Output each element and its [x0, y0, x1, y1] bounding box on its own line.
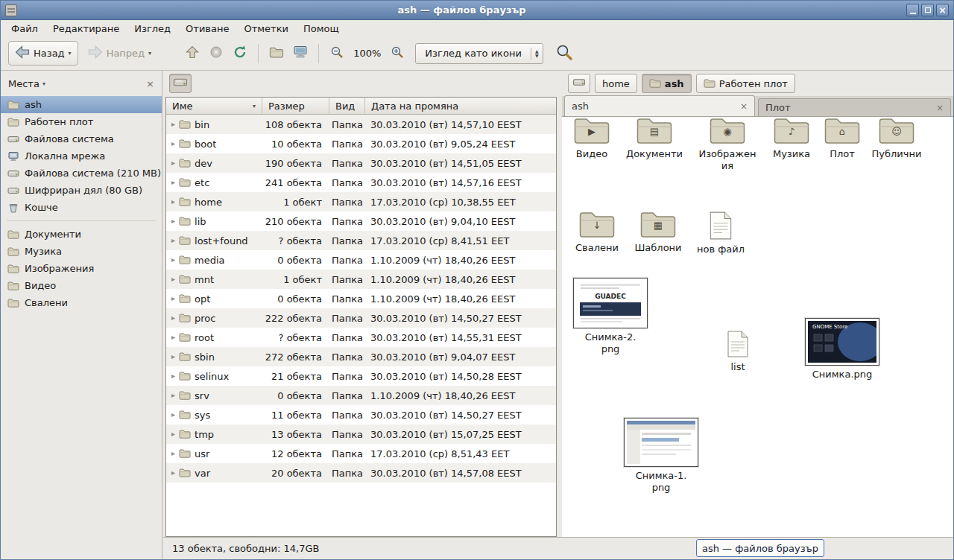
expander-icon[interactable]: ▸	[171, 198, 175, 206]
column-header-type[interactable]: Вид	[329, 98, 365, 115]
tab-close-icon[interactable]: ×	[740, 102, 748, 111]
computer-button[interactable]	[288, 41, 312, 66]
table-row[interactable]: ▸ sys 11 обекта Папка 30.03.2010 (вт) 14…	[166, 405, 556, 424]
tab-ash[interactable]: ash ×	[564, 95, 755, 116]
close-button[interactable]: ×	[936, 4, 949, 16]
expander-icon[interactable]: ▸	[171, 392, 175, 399]
sidebar-item[interactable]: Файлова система	[1, 130, 162, 147]
zoom-in-button[interactable]	[385, 41, 409, 66]
table-row[interactable]: ▸ usr 12 обекта Папка 17.03.2010 (ср) 8,…	[166, 444, 556, 463]
menu-help[interactable]: Помощ	[296, 22, 347, 36]
tab-plot[interactable]: Плот ×	[758, 98, 951, 116]
table-row[interactable]: ▸ proc 222 обекта Папка 30.03.2010 (вт) …	[166, 308, 556, 328]
menu-file[interactable]: Файл	[4, 22, 45, 36]
path-button-desktop[interactable]: Работен плот	[696, 74, 795, 93]
path-button-home[interactable]: home	[595, 74, 637, 93]
table-row[interactable]: ▸ sbin 272 обекта Папка 30.03.2010 (вт) …	[166, 347, 556, 366]
up-button[interactable]	[180, 41, 204, 66]
table-row[interactable]: ▸ etc 241 обекта Папка 30.03.2010 (вт) 1…	[166, 173, 556, 192]
reload-button[interactable]	[228, 41, 252, 66]
expander-icon[interactable]: ▸	[171, 430, 175, 438]
expander-icon[interactable]: ▸	[171, 334, 175, 341]
view-mode-select[interactable]: Изглед като икони ▲▼	[415, 43, 543, 64]
folder-item-documents[interactable]: ▤ Документи	[625, 117, 684, 160]
expander-icon[interactable]: ▸	[171, 411, 175, 419]
folder-item-public[interactable]: ☺ Публични	[867, 117, 926, 160]
home-folder-button[interactable]	[265, 41, 288, 66]
table-row[interactable]: ▸ tmp 13 обекта Папка 30.03.2010 (вт) 15…	[166, 424, 556, 444]
column-header-date[interactable]: Дата на промяна	[365, 98, 556, 115]
expander-icon[interactable]: ▸	[171, 140, 175, 147]
maximize-button[interactable]	[921, 4, 934, 16]
sidebar-item[interactable]: Работен плот	[1, 113, 162, 130]
sidebar-close-button[interactable]: ×	[146, 78, 154, 89]
folder-item-images[interactable]: ◉ Изображен ия	[698, 117, 757, 171]
expander-icon[interactable]: ▸	[171, 121, 175, 128]
table-row[interactable]: ▸ bin 108 обекта Папка 30.03.2010 (вт) 1…	[166, 115, 556, 134]
table-row[interactable]: ▸ root ? обекта Папка 30.03.2010 (вт) 14…	[166, 328, 556, 347]
expander-icon[interactable]: ▸	[171, 179, 175, 186]
image-item-snimka-2[interactable]: GUADEC Снимка-2. png	[569, 278, 651, 354]
folder-item-downloads[interactable]: ↓ Свалени	[567, 211, 627, 254]
sidebar-item[interactable]: Музика	[1, 243, 162, 260]
expander-icon[interactable]: ▸	[171, 353, 175, 360]
expander-icon[interactable]: ▸	[171, 469, 175, 477]
image-item-snimka-1[interactable]: Снимка-1. png	[620, 418, 702, 493]
combo-spin-arrows-icon[interactable]: ▲▼	[531, 48, 543, 60]
back-button[interactable]: Назад ▾	[8, 41, 78, 66]
folder-item-desktop[interactable]: ⌂ Плот	[812, 117, 872, 160]
expander-icon[interactable]: ▸	[171, 314, 175, 322]
path-button-ash[interactable]: ash	[642, 74, 692, 93]
table-row[interactable]: ▸ srv 0 обекта Папка 1.10.2009 (чт) 18,4…	[166, 386, 556, 405]
root-path-button[interactable]	[169, 74, 192, 93]
back-history-chevron-icon[interactable]: ▾	[69, 50, 72, 57]
menu-edit[interactable]: Редактиране	[45, 22, 127, 36]
zoom-out-button[interactable]	[325, 41, 349, 66]
sidebar-item[interactable]: Документи	[1, 226, 162, 243]
table-row[interactable]: ▸ media 0 обекта Папка 1.10.2009 (чт) 18…	[166, 250, 556, 270]
column-header-name[interactable]: Име ▾	[166, 98, 262, 115]
sidebar-item[interactable]: Изображения	[1, 260, 162, 277]
stop-button[interactable]	[204, 41, 228, 66]
file-item-list[interactable]: list	[708, 330, 768, 373]
table-row[interactable]: ▸ home 1 обект Папка 17.03.2010 (ср) 10,…	[166, 192, 556, 211]
table-row[interactable]: ▸ mnt 1 обект Папка 1.10.2009 (чт) 18,40…	[166, 270, 556, 289]
expander-icon[interactable]: ▸	[171, 256, 175, 264]
titlebar[interactable]: ash — файлов браузър ×	[1, 1, 953, 20]
root-path-button[interactable]	[568, 74, 590, 93]
forward-button[interactable]: Напред ▾	[81, 41, 159, 66]
expander-icon[interactable]: ▸	[171, 159, 175, 167]
expander-icon[interactable]: ▸	[171, 450, 175, 457]
folder-item-templates[interactable]: ▦ Шаблони	[628, 211, 688, 254]
folder-item-video[interactable]: ▶ Видео	[562, 117, 622, 160]
sidebar-item[interactable]: Локална мрежа	[1, 147, 162, 165]
forward-history-chevron-icon[interactable]: ▾	[148, 50, 151, 57]
table-row[interactable]: ▸ selinux 21 обекта Папка 30.03.2010 (вт…	[166, 366, 556, 386]
minimize-button[interactable]	[906, 4, 919, 16]
menu-view[interactable]: Изглед	[127, 22, 178, 36]
table-row[interactable]: ▸ var 20 обекта Папка 30.03.2010 (вт) 14…	[166, 463, 556, 483]
expander-icon[interactable]: ▸	[171, 276, 175, 283]
expander-icon[interactable]: ▸	[171, 237, 175, 244]
sidebar-item[interactable]: Видео	[1, 277, 162, 294]
menu-go[interactable]: Отиване	[178, 22, 236, 36]
search-button[interactable]	[552, 41, 576, 66]
sidebar-item[interactable]: Свалени	[1, 294, 162, 311]
sidebar-item[interactable]: ash	[1, 96, 162, 113]
table-row[interactable]: ▸ opt 0 обекта Папка 1.10.2009 (чт) 18,4…	[166, 289, 556, 308]
expander-icon[interactable]: ▸	[171, 372, 175, 380]
taskbar-window-button[interactable]: ash — файлов браузър	[696, 539, 824, 557]
sidebar-item[interactable]: Шифриран дял (80 GB)	[1, 182, 162, 199]
table-row[interactable]: ▸ dev 190 обекта Папка 30.03.2010 (вт) 1…	[166, 153, 556, 173]
table-row[interactable]: ▸ boot 10 обекта Папка 30.03.2010 (вт) 9…	[166, 134, 556, 153]
menu-bookmarks[interactable]: Отметки	[236, 22, 295, 36]
sidebar-selector-chevron-icon[interactable]: ▾	[42, 80, 45, 87]
icon-view[interactable]: ▶ Видео ▤ Документи ◉ Изображен ия ♪ Муз…	[562, 117, 953, 537]
column-header-size[interactable]: Размер	[262, 98, 329, 115]
file-item-new-file[interactable]: нов файл	[691, 211, 751, 255]
table-row[interactable]: ▸ lost+found ? обекта Папка 17.03.2010 (…	[166, 231, 556, 250]
expander-icon[interactable]: ▸	[171, 217, 175, 225]
sidebar-item[interactable]: Файлова система (210 MB)	[1, 165, 162, 182]
expander-icon[interactable]: ▸	[171, 295, 175, 302]
tab-close-icon[interactable]: ×	[936, 104, 944, 112]
